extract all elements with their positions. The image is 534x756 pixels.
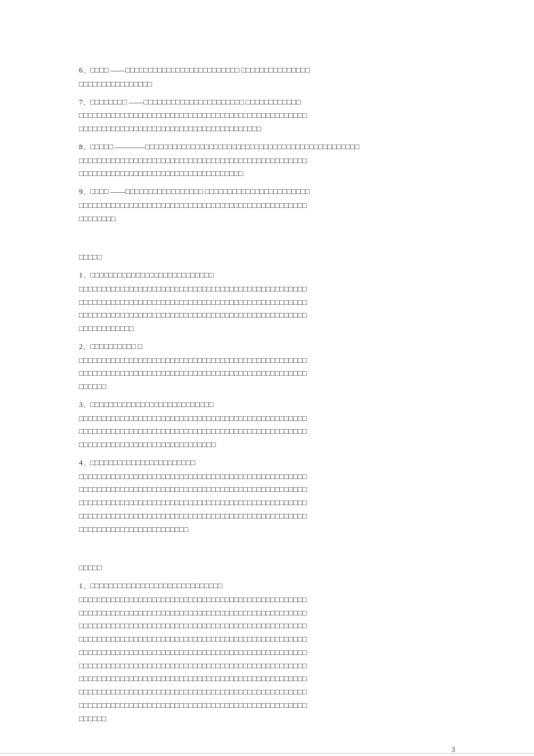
- s2-item-4-body-1: □□□□□□□□□□□□□□□□□□□□□□□□□□□□□□□□□□□□□□□□…: [79, 483, 455, 496]
- item-7-title: 7、□□□□□□□□ ——□□□□□□□□□□□□□□□□□□□□□□ □□□□…: [79, 96, 455, 109]
- s3-item-1-body-4: □□□□□□□□□□□□□□□□□□□□□□□□□□□□□□□□□□□□□□□□…: [79, 646, 455, 660]
- s2-item-1-body-0: □□□□□□□□□□□□□□□□□□□□□□□□□□□□□□□□□□□□□□□□…: [79, 283, 455, 296]
- section3-header: □□□□□: [79, 561, 455, 575]
- s2-item-1: 1、□□□□□□□□□□□□□□□□□□□□□□□□□□□ □□□□□□□□□□…: [79, 269, 455, 336]
- s2-item-4-title: 4、□□□□□□□□□□□□□□□□□□□□□□□: [79, 456, 455, 470]
- page-container: 6、□□□□ ——□□□□□□□□□□□□□□□□□□□□□□□□□ □□□□□…: [0, 0, 534, 756]
- item-7-body-1: □□□□□□□□□□□□□□□□□□□□□□□□□□□□□□□□□□□□□□□□: [79, 123, 455, 136]
- section3-header-block: □□□□□: [79, 561, 455, 575]
- item-8-title: 8、□□□□□ ————□□□□□□□□□□□□□□□□□□□□□□□□□□□□…: [79, 141, 455, 154]
- s3-item-1-body-5: □□□□□□□□□□□□□□□□□□□□□□□□□□□□□□□□□□□□□□□□…: [79, 660, 455, 673]
- s2-item-1-body-1: □□□□□□□□□□□□□□□□□□□□□□□□□□□□□□□□□□□□□□□□…: [79, 296, 455, 309]
- main-content: 6、□□□□ ——□□□□□□□□□□□□□□□□□□□□□□□□□ □□□□□…: [79, 35, 455, 725]
- item-7-body-0: □□□□□□□□□□□□□□□□□□□□□□□□□□□□□□□□□□□□□□□□…: [79, 109, 455, 123]
- s3-item-1-body-6: □□□□□□□□□□□□□□□□□□□□□□□□□□□□□□□□□□□□□□□□…: [79, 672, 455, 686]
- s2-item-3-body-2: □□□□□□□□□□□□□□□□□□□□□□□□□□□□□□: [79, 438, 455, 452]
- s2-item-4-body-2: □□□□□□□□□□□□□□□□□□□□□□□□□□□□□□□□□□□□□□□□…: [79, 496, 455, 510]
- s2-item-3-body-1: □□□□□□□□□□□□□□□□□□□□□□□□□□□□□□□□□□□□□□□□…: [79, 425, 455, 438]
- s2-item-2-body-1: □□□□□□□□□□□□□□□□□□□□□□□□□□□□□□□□□□□□□□□□…: [79, 367, 455, 380]
- s3-item-1: 1、□□□□□□□□□□□□□□□□□□□□□□□□□□□□□ □□□□□□□□…: [79, 579, 455, 725]
- item-8-body-1: □□□□□□□□□□□□□□□□□□□□□□□□□□□□□□□□□□□□: [79, 167, 455, 181]
- s2-item-3-body-0: □□□□□□□□□□□□□□□□□□□□□□□□□□□□□□□□□□□□□□□□…: [79, 412, 455, 426]
- item-6-title: 6、□□□□ ——□□□□□□□□□□□□□□□□□□□□□□□□□ □□□□□…: [79, 64, 455, 77]
- s2-item-1-body-2: □□□□□□□□□□□□□□□□□□□□□□□□□□□□□□□□□□□□□□□□…: [79, 309, 455, 322]
- item-8-body-0: □□□□□□□□□□□□□□□□□□□□□□□□□□□□□□□□□□□□□□□□…: [79, 154, 455, 168]
- s3-item-1-body-8: □□□□□□□□□□□□□□□□□□□□□□□□□□□□□□□□□□□□□□□□…: [79, 699, 455, 712]
- s3-item-1-body-2: □□□□□□□□□□□□□□□□□□□□□□□□□□□□□□□□□□□□□□□□…: [79, 620, 455, 633]
- s3-item-1-title: 1、□□□□□□□□□□□□□□□□□□□□□□□□□□□□□: [79, 579, 455, 593]
- s3-item-1-body-1: □□□□□□□□□□□□□□□□□□□□□□□□□□□□□□□□□□□□□□□□…: [79, 607, 455, 620]
- s2-item-1-body-3: □□□□□□□□□□□□: [79, 322, 455, 336]
- item-9-body-1: □□□□□□□□: [79, 213, 455, 226]
- item-9-body-0: □□□□□□□□□□□□□□□□□□□□□□□□□□□□□□□□□□□□□□□□…: [79, 199, 455, 213]
- item-8: 8、□□□□□ ————□□□□□□□□□□□□□□□□□□□□□□□□□□□□…: [79, 141, 455, 181]
- s2-item-2: 2、□□□□□□□□□□ □ □□□□□□□□□□□□□□□□□□□□□□□□□…: [79, 340, 455, 394]
- item-6-body-0: □□□□□□□□□□□□□□□□: [79, 78, 455, 91]
- s3-item-1-body-7: □□□□□□□□□□□□□□□□□□□□□□□□□□□□□□□□□□□□□□□□…: [79, 686, 455, 699]
- s2-item-4-body-0: □□□□□□□□□□□□□□□□□□□□□□□□□□□□□□□□□□□□□□□□…: [79, 470, 455, 484]
- section2-header: □□□□□: [79, 251, 455, 264]
- s2-item-3-title: 3、□□□□□□□□□□□□□□□□□□□□□□□□□□□: [79, 398, 455, 412]
- s2-item-4: 4、□□□□□□□□□□□□□□□□□□□□□□□ □□□□□□□□□□□□□□…: [79, 456, 455, 537]
- s2-item-1-title: 1、□□□□□□□□□□□□□□□□□□□□□□□□□□□: [79, 269, 455, 282]
- item-7: 7、□□□□□□□□ ——□□□□□□□□□□□□□□□□□□□□□□ □□□□…: [79, 96, 455, 136]
- s2-item-2-body-2: □□□□□□: [79, 380, 455, 394]
- s3-item-1-body-3: □□□□□□□□□□□□□□□□□□□□□□□□□□□□□□□□□□□□□□□□…: [79, 633, 455, 646]
- s3-item-1-body-0: □□□□□□□□□□□□□□□□□□□□□□□□□□□□□□□□□□□□□□□□…: [79, 593, 455, 607]
- item-6: 6、□□□□ ——□□□□□□□□□□□□□□□□□□□□□□□□□ □□□□□…: [79, 64, 455, 91]
- footer-text: 欢迎您阅读并下载本文档，本文档来源于互联网，如有侵权请联系删除！我们将竭诚为您提…: [0, 753, 534, 756]
- s2-item-4-body-3: □□□□□□□□□□□□□□□□□□□□□□□□□□□□□□□□□□□□□□□□…: [79, 510, 455, 523]
- s2-item-3: 3、□□□□□□□□□□□□□□□□□□□□□□□□□□□ □□□□□□□□□□…: [79, 398, 455, 452]
- s2-item-2-body-0: □□□□□□□□□□□□□□□□□□□□□□□□□□□□□□□□□□□□□□□□…: [79, 354, 455, 368]
- item-9-title: 9、□□□□ ——□□□□□□□□□□□□□□□□□ □□□□□□□□□□□□□…: [79, 185, 455, 199]
- section2-header-block: □□□□□: [79, 251, 455, 264]
- item-9: 9、□□□□ ——□□□□□□□□□□□□□□□□□ □□□□□□□□□□□□□…: [79, 185, 455, 225]
- s2-item-2-title: 2、□□□□□□□□□□ □: [79, 340, 455, 354]
- s2-item-4-body-4: □□□□□□□□□□□□□□□□□□□□□□□□: [79, 523, 455, 537]
- s3-item-1-body-9: □□□□□□: [79, 712, 455, 726]
